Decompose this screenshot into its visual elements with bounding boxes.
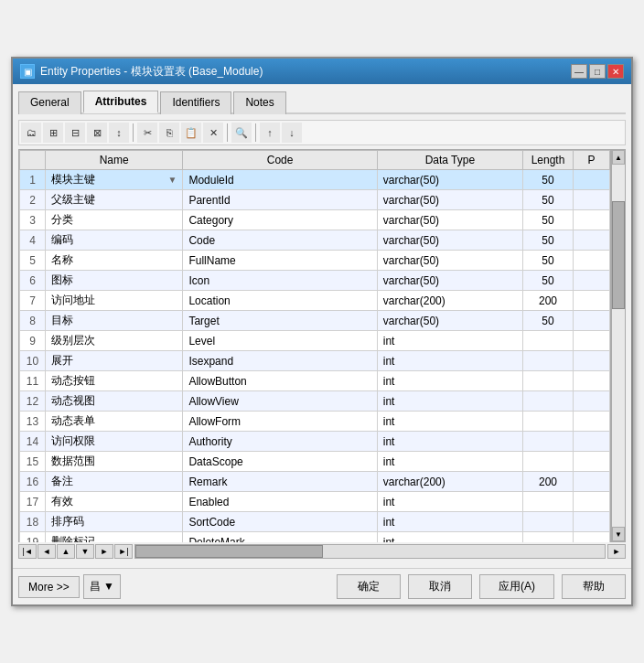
minimize-button[interactable]: — (571, 64, 587, 79)
row-code: Remark (183, 472, 377, 492)
titlebar-left: ▣ Entity Properties - 模块设置表 (Base_Module… (20, 64, 263, 80)
scroll-down-btn[interactable]: ▼ (612, 527, 625, 541)
table-row[interactable]: 15数据范围DataScopeint (20, 452, 610, 472)
table-body: 1模块主键▼ModuleIdvarchar(50)502父级主键ParentId… (20, 170, 610, 543)
main-window: ▣ Entity Properties - 模块设置表 (Base_Module… (11, 57, 633, 606)
apply-button[interactable]: 应用(A) (479, 574, 554, 599)
toolbar-cut-btn[interactable]: ✂ (137, 123, 157, 143)
row-length (523, 492, 574, 512)
table-row[interactable]: 9级别层次Levelint (20, 331, 610, 351)
nav-next-btn[interactable]: ► (95, 544, 113, 559)
table-row[interactable]: 10展开Isexpandint (20, 351, 610, 371)
table-row[interactable]: 17有效Enabledint (20, 492, 610, 512)
nav-last-btn[interactable]: ►| (114, 544, 133, 559)
col-header-length[interactable]: Length (523, 151, 574, 170)
tab-identifiers[interactable]: Identifiers (160, 91, 231, 114)
row-code: Level (183, 331, 377, 351)
table-row[interactable]: 19删除标记DeleteMarkint (20, 532, 610, 543)
nav-up-btn[interactable]: ▲ (57, 544, 75, 559)
row-num: 14 (20, 432, 46, 452)
toolbar-delete-btn[interactable]: ✕ (203, 123, 223, 143)
table-row[interactable]: 1模块主键▼ModuleIdvarchar(50)50 (20, 170, 610, 190)
row-num: 6 (20, 271, 46, 291)
row-name: 动态按钮 (46, 371, 183, 391)
table-row[interactable]: 16备注Remarkvarchar(200)200 (20, 472, 610, 492)
toolbar-separator-1 (133, 123, 134, 142)
col-header-code[interactable]: Code (183, 151, 377, 170)
tab-notes[interactable]: Notes (233, 91, 285, 114)
toolbar-paste-btn[interactable]: 📋 (181, 123, 201, 143)
row-name: 删除标记 (46, 532, 183, 543)
icon-button[interactable]: 昌 ▼ (83, 574, 121, 599)
table-row[interactable]: 5名称FullNamevarchar(50)50 (20, 251, 610, 271)
nav-down-btn[interactable]: ▼ (76, 544, 94, 559)
nav-first-btn[interactable]: |◄ (18, 544, 37, 559)
toolbar-copy-btn[interactable]: ⎘ (159, 123, 179, 143)
row-code: Authority (183, 432, 377, 452)
table-row[interactable]: 4编码Codevarchar(50)50 (20, 230, 610, 251)
tab-attributes[interactable]: Attributes (83, 91, 159, 113)
h-scroll-thumb[interactable] (135, 545, 323, 558)
row-name: 目标 (46, 311, 183, 331)
toolbar-find-btn[interactable]: 🔍 (231, 123, 252, 143)
close-button[interactable]: ✕ (607, 64, 624, 79)
horizontal-scrollbar[interactable] (134, 544, 606, 559)
row-length (523, 391, 574, 412)
row-num: 11 (20, 371, 46, 391)
row-primary (574, 230, 610, 251)
more-button[interactable]: More >> (18, 576, 80, 598)
row-length: 50 (523, 170, 574, 190)
toolbar-move-btn[interactable]: ↕ (109, 123, 129, 143)
toolbar-insert-btn[interactable]: ⊠ (87, 123, 107, 143)
table-row[interactable]: 11动态按钮AllowButtonint (20, 371, 610, 391)
vertical-scrollbar[interactable]: ▲ ▼ (611, 149, 626, 542)
toolbar-add-col-btn[interactable]: ⊞ (43, 123, 63, 143)
col-header-name[interactable]: Name (46, 151, 183, 170)
scroll-thumb[interactable] (612, 201, 625, 310)
table-row[interactable]: 6图标Iconvarchar(50)50 (20, 271, 610, 291)
row-num: 12 (20, 391, 46, 412)
row-datatype: varchar(50) (377, 251, 522, 271)
table-row[interactable]: 12动态视图AllowViewint (20, 391, 610, 412)
help-button[interactable]: 帮助 (562, 574, 626, 599)
nav-prev-btn[interactable]: ◄ (38, 544, 56, 559)
table-row[interactable]: 18排序码SortCodeint (20, 512, 610, 532)
row-primary (574, 452, 610, 472)
confirm-button[interactable]: 确定 (337, 574, 401, 599)
row-datatype: int (377, 371, 522, 391)
col-header-datatype[interactable]: Data Type (377, 151, 522, 170)
toolbar-up-btn[interactable]: ↑ (260, 123, 280, 143)
attributes-table-container: Name Code Data Type Length P 1模块主键▼Modul… (18, 149, 626, 542)
toolbar-down-btn[interactable]: ↓ (282, 123, 302, 143)
scroll-up-btn[interactable]: ▲ (612, 150, 625, 165)
app-icon: ▣ (20, 64, 35, 79)
table-row[interactable]: 14访问权限Authorityint (20, 432, 610, 452)
row-primary (574, 291, 610, 311)
row-code: AllowView (183, 391, 377, 412)
col-header-primary[interactable]: P (574, 151, 610, 170)
table-header-row: Name Code Data Type Length P (20, 151, 610, 170)
row-length: 50 (523, 230, 574, 251)
table-row[interactable]: 7访问地址Locationvarchar(200)200 (20, 291, 610, 311)
row-length (523, 412, 574, 432)
table-row[interactable]: 8目标Targetvarchar(50)50 (20, 311, 610, 331)
table-row[interactable]: 2父级主键ParentIdvarchar(50)50 (20, 190, 610, 210)
row-num: 2 (20, 190, 46, 210)
scroll-track[interactable] (612, 165, 625, 527)
row-num: 18 (20, 512, 46, 532)
tab-general[interactable]: General (18, 91, 81, 114)
h-scroll-right-btn[interactable]: ► (607, 544, 626, 559)
restore-button[interactable]: □ (589, 64, 606, 79)
attributes-table-scroll: Name Code Data Type Length P 1模块主键▼Modul… (18, 149, 611, 542)
toolbar-properties-btn[interactable]: 🗂 (21, 123, 41, 143)
titlebar: ▣ Entity Properties - 模块设置表 (Base_Module… (13, 59, 631, 84)
row-length (523, 351, 574, 371)
row-num: 19 (20, 532, 46, 543)
toolbar-remove-col-btn[interactable]: ⊟ (65, 123, 85, 143)
table-row[interactable]: 13动态表单AllowFormint (20, 412, 610, 432)
row-code: Enabled (183, 492, 377, 512)
row-primary (574, 492, 610, 512)
row-name: 父级主键 (46, 190, 183, 210)
cancel-button[interactable]: 取消 (408, 574, 472, 599)
table-row[interactable]: 3分类Categoryvarchar(50)50 (20, 210, 610, 230)
